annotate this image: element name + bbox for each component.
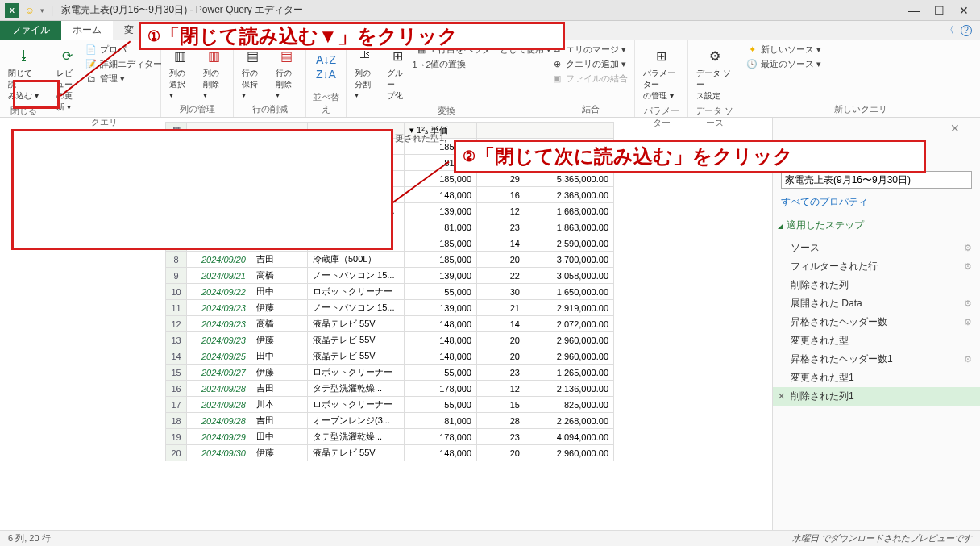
- parameters-button[interactable]: ⊞パラメーター の管理 ▾: [640, 44, 683, 103]
- recent-sources-button[interactable]: 🕓最近のソース ▾: [746, 58, 821, 70]
- close-button[interactable]: ✕: [959, 4, 969, 17]
- manage-button[interactable]: 🗂管理 ▾: [85, 73, 162, 85]
- parameters-icon: ⊞: [651, 45, 672, 66]
- keep-rows-button[interactable]: ▤行の 保持 ▾: [239, 44, 268, 101]
- combine-files-button: ▣ファイルの結合: [551, 73, 628, 85]
- group-newquery: 新しいクエリ: [746, 102, 975, 115]
- status-bar: 6 列, 20 行 水曜日 でダウンロードされたプレビューです: [0, 530, 980, 546]
- window-title: 家電売上表(9月16〜9月30日) - Power Query エディター: [61, 3, 303, 17]
- maximize-button[interactable]: ☐: [934, 4, 945, 17]
- applied-step[interactable]: 削除された列: [773, 276, 980, 294]
- excel-icon: X: [5, 3, 19, 18]
- applied-step[interactable]: 昇格されたヘッダー数1⚙: [773, 350, 980, 369]
- status-preview-info: 水曜日 でダウンロードされたプレビューです: [792, 532, 972, 544]
- annotation-1: ① 「閉じて読み込む▼」をクリック: [139, 22, 565, 50]
- applied-step[interactable]: 昇格されたヘッダー数⚙: [773, 313, 980, 331]
- group-close: 閉じる: [5, 103, 43, 117]
- applied-step[interactable]: フィルターされた行⚙: [773, 257, 980, 276]
- help-icon[interactable]: ?: [961, 25, 972, 36]
- append-icon: ⊕: [551, 59, 563, 70]
- minimize-button[interactable]: ―: [908, 4, 920, 17]
- datasource-settings-button[interactable]: ⚙データ ソー ス設定: [693, 44, 736, 103]
- properties-icon: 📄: [85, 44, 97, 56]
- group-combine: 結合: [551, 102, 629, 115]
- datasource-icon: ⚙: [704, 45, 725, 66]
- refresh-icon: ⟳: [56, 45, 77, 66]
- annotation-2: ② 「閉じて次に読み込む」をクリック: [454, 140, 926, 173]
- table-row[interactable]: 8 2024/09/20 吉田 冷蔵庫（500L） 185,000 20 3,7…: [166, 252, 614, 268]
- tab-home[interactable]: ホーム: [61, 21, 113, 40]
- tab-file[interactable]: ファイル: [0, 21, 61, 40]
- new-source-icon: ✦: [746, 44, 758, 56]
- table-row[interactable]: 17 2024/09/28 川本 ロボットクリーナー 55,000 15 825…: [166, 397, 614, 413]
- remove-rows-button[interactable]: ▤行の 削除 ▾: [272, 44, 301, 101]
- applied-step[interactable]: 展開された Data⚙: [773, 294, 980, 313]
- close-load-menu: 🗎 閉じて読み込む 🗎⚙ 閉じて次に読み込む...: [11, 129, 393, 248]
- combine-files-icon: ▣: [551, 73, 563, 85]
- gear-icon[interactable]: ⚙: [964, 261, 972, 272]
- status-rows-cols: 6 列, 20 行: [8, 532, 51, 544]
- chevron-down-icon[interactable]: ▾: [40, 6, 44, 15]
- close-load-to-menu-icon: 🗎⚙: [21, 202, 55, 235]
- replace-icon: 1→2: [416, 59, 427, 70]
- applied-step[interactable]: ✕削除された列1: [773, 387, 980, 406]
- replace-values-button[interactable]: 1→2値の置換: [416, 58, 551, 70]
- table-row[interactable]: 12 2024/09/23 高橋 液晶テレビ 55V 148,000 14 2,…: [166, 316, 614, 332]
- collapse-ribbon-icon[interactable]: 〈: [945, 23, 954, 37]
- group-transform: 変換: [351, 103, 541, 117]
- table-row[interactable]: 18 2024/09/28 吉田 オーブンレンジ(3... 81,000 28 …: [166, 413, 614, 429]
- all-properties-link[interactable]: すべてのプロパティ: [781, 195, 868, 209]
- applied-step[interactable]: 変更された型1: [773, 369, 980, 387]
- gear-icon[interactable]: ⚙: [964, 354, 972, 365]
- formula-bar-fragment: 更された型1,: [395, 132, 446, 144]
- split-column-button[interactable]: ⫡列の 分割 ▾: [351, 44, 379, 101]
- sort-desc-button[interactable]: Z↓A: [316, 68, 336, 81]
- groupby-button[interactable]: ⊞グルー プ化: [384, 44, 411, 103]
- table-row[interactable]: 13 2024/09/23 伊藤 液晶テレビ 55V 148,000 20 2,…: [166, 332, 614, 348]
- remove-columns-button[interactable]: ▥列の 削除 ▾: [200, 44, 229, 101]
- group-columns: 列の管理: [166, 102, 228, 115]
- refresh-preview-button[interactable]: ⟳ レビュー の更新 ▾: [53, 44, 81, 115]
- append-queries-button[interactable]: ⊕クエリの追加 ▾: [551, 58, 628, 70]
- table-row[interactable]: 15 2024/09/27 伊藤 ロボットクリーナー 55,000 23 1,2…: [166, 365, 614, 381]
- titlebar: X ☺ ▾ | 家電売上表(9月16〜9月30日) - Power Query …: [0, 0, 980, 21]
- gear-icon[interactable]: ⚙: [964, 243, 972, 253]
- query-name-input[interactable]: [781, 171, 972, 189]
- group-sort: 並べ替え: [311, 90, 341, 115]
- smiley-icon[interactable]: ☺: [23, 3, 37, 18]
- group-rows: 行の削減: [239, 102, 301, 115]
- table-row[interactable]: 20 2024/09/30 伊藤 液晶テレビ 55V 148,000 20 2,…: [166, 445, 614, 461]
- table-row[interactable]: 16 2024/09/28 吉田 タテ型洗濯乾燥... 178,000 12 2…: [166, 381, 614, 397]
- applied-steps-heading[interactable]: ◢適用したステップ: [773, 214, 980, 235]
- table-row[interactable]: 10 2024/09/22 田中 ロボットクリーナー 55,000 30 1,6…: [166, 284, 614, 300]
- close-load-menu-icon: 🗎: [21, 142, 55, 176]
- col-header-qty[interactable]: [477, 123, 525, 139]
- col-header-amount[interactable]: [525, 123, 614, 139]
- menu-close-and-load-to[interactable]: 🗎⚙ 閉じて次に読み込む...: [11, 189, 393, 248]
- close-and-load-button[interactable]: ⭳ 閉じて読 み込む ▾: [5, 44, 43, 103]
- close-pane-button[interactable]: ✕: [950, 122, 960, 135]
- gear-icon[interactable]: ⚙: [964, 317, 972, 327]
- table-row[interactable]: 11 2024/09/23 伊藤 ノートパソコン 15... 139,000 2…: [166, 300, 614, 316]
- recent-sources-icon: 🕓: [746, 59, 758, 70]
- new-source-button[interactable]: ✦新しいソース ▾: [746, 44, 821, 56]
- sort-asc-button[interactable]: A↓Z: [316, 53, 336, 66]
- menu-close-and-load[interactable]: 🗎 閉じて読み込む: [11, 129, 393, 189]
- table-row[interactable]: 14 2024/09/25 田中 液晶テレビ 55V 148,000 20 2,…: [166, 348, 614, 365]
- applied-step[interactable]: 変更された型: [773, 331, 980, 350]
- query-settings-pane: ✕ ◢ 名前 すべてのプロパティ ◢適用したステップ ソース⚙フィルターされた行…: [772, 118, 980, 530]
- choose-columns-button[interactable]: ▥列の 選択 ▾: [166, 44, 195, 101]
- ribbon: ⭳ 閉じて読 み込む ▾ 閉じる ⟳ レビュー の更新 ▾ 📄プロパ 📝詳細エデ…: [0, 40, 980, 118]
- table-row[interactable]: 9 2024/09/21 高橋 ノートパソコン 15... 139,000 22…: [166, 268, 614, 284]
- gear-icon[interactable]: ⚙: [964, 298, 972, 309]
- table-row[interactable]: 19 2024/09/29 田中 タテ型洗濯乾燥... 178,000 23 4…: [166, 429, 614, 445]
- close-load-icon: ⭳: [14, 45, 35, 66]
- applied-step[interactable]: ソース⚙: [773, 239, 980, 257]
